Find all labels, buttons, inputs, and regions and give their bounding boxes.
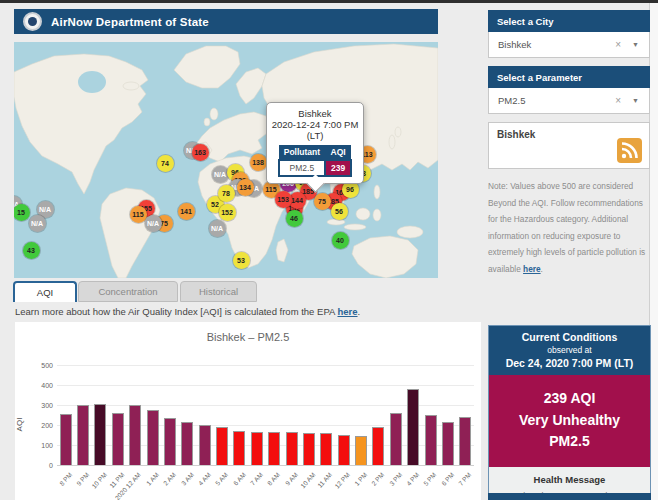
panel-footer-strip (488, 493, 651, 500)
chart-bar[interactable] (459, 417, 471, 465)
aqi-map-marker[interactable]: 78 (218, 185, 235, 202)
airnow-dos-page: AirNow Department of State (0, 0, 658, 500)
parameter-select-value: PM2.5 (498, 95, 525, 106)
aqi-map-marker[interactable]: 153 (275, 191, 292, 208)
chart-bar[interactable] (286, 432, 298, 465)
aqi-map-marker[interactable]: 134 (237, 179, 254, 196)
chart-bar[interactable] (129, 405, 141, 465)
chart-title: Bishkek – PM2.5 (15, 331, 481, 343)
popup-pollutant-header: Pollutant (279, 145, 325, 160)
aqi-map-marker[interactable]: 15 (14, 204, 30, 221)
aqi-parameter-line: PM2.5 (491, 431, 648, 453)
chart-x-tick: 6 PM (440, 471, 455, 487)
chart-x-tick: 1 AM (145, 471, 160, 487)
chart-x-tick: 5 AM (214, 471, 229, 487)
aqi-map-marker[interactable]: 75 (314, 193, 331, 210)
rss-city-label: Bishkek (497, 129, 535, 140)
chart-y-tick: 500 (23, 362, 53, 369)
rss-icon[interactable] (617, 138, 642, 163)
chart-bar[interactable] (94, 404, 106, 465)
chart-x-tick: 8 AM (266, 471, 281, 487)
chart-bar[interactable] (355, 436, 367, 465)
chart-bar[interactable] (181, 422, 193, 465)
learn-more-suffix: . (358, 306, 361, 317)
aqi-map-marker[interactable]: 56 (331, 203, 348, 220)
chart-x-tick: 5 PM (422, 471, 437, 487)
aqi-summary-block: 239 AQI Very Unhealthy PM2.5 (489, 375, 650, 467)
aqi-map-marker[interactable]: 40 (332, 232, 349, 249)
chart-x-tick: 8 PM (58, 471, 73, 487)
beyond-aqi-note: Note: Values above 500 are considered Be… (488, 178, 652, 278)
aqi-map-marker[interactable]: N/A (209, 220, 226, 237)
chart-bar[interactable] (199, 425, 211, 465)
parameter-clear-icon[interactable]: × (615, 95, 621, 106)
app-header: AirNow Department of State (14, 9, 438, 34)
tab-historical[interactable]: Historical (180, 281, 257, 302)
chart-bar[interactable] (112, 413, 124, 465)
aqi-map-marker[interactable]: 141 (178, 203, 195, 220)
chart-bar[interactable] (390, 413, 402, 465)
city-clear-icon[interactable]: × (615, 39, 621, 50)
tab-aqi[interactable]: AQI (13, 281, 77, 302)
health-message-header: Health Message (489, 474, 650, 485)
map-popup: Bishkek 2020-12-24 7:00 PM (LT) Pollutan… (266, 102, 364, 184)
city-select[interactable]: Bishkek × ▼ (488, 32, 650, 58)
popup-city: Bishkek (270, 108, 360, 119)
aqi-map-marker[interactable]: 53 (233, 252, 250, 269)
aqi-map-marker[interactable]: 46 (286, 210, 303, 227)
city-caret-down-icon[interactable]: ▼ (632, 41, 639, 48)
chart-x-tick: 2 AM (162, 471, 177, 487)
chart-bar[interactable] (303, 433, 315, 465)
chart-bar[interactable] (60, 414, 72, 465)
parameter-select[interactable]: PM2.5 × ▼ (488, 88, 650, 114)
chart-x-tick: 1 PM (353, 471, 368, 487)
select-parameter-header: Select a Parameter (488, 66, 650, 88)
chart-bar[interactable] (407, 389, 419, 465)
note-text: Note: Values above 500 are considered Be… (488, 181, 645, 274)
aqi-map-marker[interactable]: 152 (219, 204, 236, 221)
chart-gridline (57, 365, 474, 366)
parameter-caret-down-icon[interactable]: ▼ (632, 97, 639, 104)
aqi-map-marker[interactable]: 74 (157, 155, 174, 172)
chart-x-tick: 11 AM (316, 471, 333, 489)
current-conditions-panel: Current Conditions observed at Dec 24, 2… (488, 325, 651, 500)
aqi-map-marker[interactable]: N/A (145, 215, 162, 232)
chart-bar[interactable] (425, 415, 437, 465)
top-border-strip (0, 0, 658, 3)
popup-pollutant-value: PM2.5 (279, 160, 325, 176)
chart-gridline (57, 385, 474, 386)
chart-bar[interactable] (164, 418, 176, 465)
chart-bar[interactable] (233, 431, 245, 465)
app-title: AirNow Department of State (51, 16, 209, 28)
aqi-map-marker[interactable]: 115 (130, 206, 147, 223)
learn-more-text: Learn more about how the Air Quality Ind… (15, 306, 337, 317)
learn-more-line: Learn more about how the Air Quality Ind… (15, 306, 360, 317)
chart-bar[interactable] (338, 435, 350, 465)
chart-x-tick: 7 AM (249, 471, 264, 487)
chart-x-tick: 7 PM (457, 471, 472, 487)
chart-bar[interactable] (216, 427, 228, 465)
aqi-map-marker[interactable]: 43 (23, 242, 40, 259)
aqi-map-marker[interactable]: N/A (29, 215, 46, 232)
chart-bar[interactable] (442, 422, 454, 465)
chart-x-tick: 6 AM (232, 471, 247, 487)
chart-y-tick: 100 (23, 442, 53, 449)
chart-bar[interactable] (320, 433, 332, 465)
aqi-value-line: 239 AQI (491, 388, 648, 410)
chart-bar[interactable] (251, 432, 263, 465)
chart-x-tick: 3 PM (388, 471, 403, 487)
chart-bar[interactable] (147, 410, 159, 465)
chart-bar[interactable] (77, 405, 89, 465)
aqi-map-marker[interactable]: 138 (250, 154, 267, 171)
aqi-map-marker[interactable]: N/A (212, 166, 229, 183)
chart-bar[interactable] (372, 427, 384, 465)
note-suffix: . (541, 264, 543, 274)
chart-x-tick: 9 PM (75, 471, 90, 487)
aqi-category-line: Very Unhealthy (491, 410, 648, 432)
chart-bar[interactable] (268, 432, 280, 465)
world-aqi-map[interactable]: N/A16374N/A15N/AN/A4315511575N/A14152152… (14, 42, 438, 278)
note-here-link[interactable]: here (523, 264, 541, 274)
epa-here-link[interactable]: here (337, 306, 357, 317)
tab-concentration[interactable]: Concentration (78, 281, 178, 302)
aqi-map-marker[interactable]: 163 (192, 144, 209, 161)
